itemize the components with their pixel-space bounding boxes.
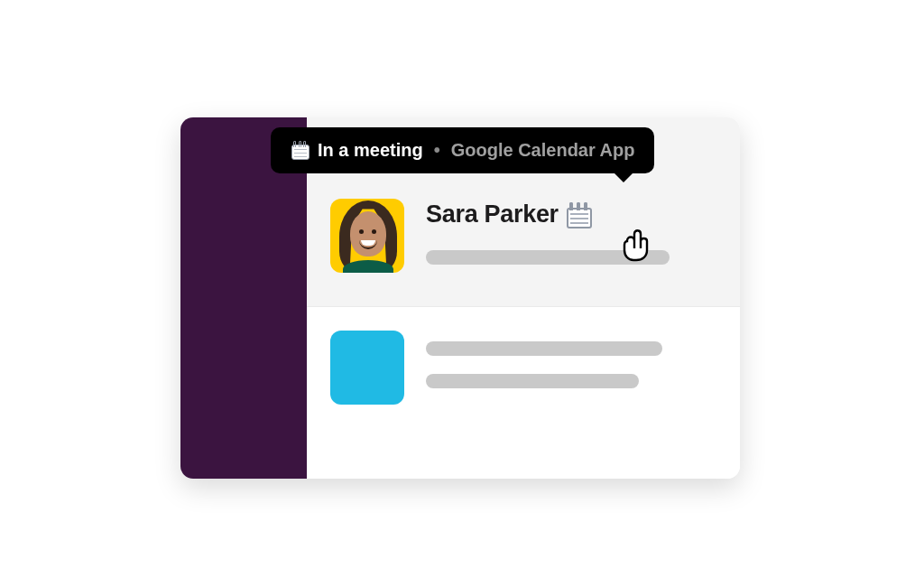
- tooltip-status-text: In a meeting: [318, 140, 423, 161]
- calendar-icon: [566, 202, 593, 229]
- pointer-cursor-icon: [617, 223, 653, 263]
- tooltip-separator: •: [434, 140, 440, 161]
- author-name[interactable]: Sara Parker: [426, 200, 559, 228]
- calendar-icon: [291, 141, 310, 161]
- status-calendar-icon[interactable]: [566, 202, 591, 228]
- avatar[interactable]: [330, 331, 404, 405]
- message-text-placeholder: [426, 341, 662, 356]
- avatar[interactable]: [330, 199, 404, 273]
- status-tooltip: In a meeting • Google Calendar App: [271, 127, 654, 173]
- tooltip-source: Google Calendar App: [451, 140, 635, 161]
- message-row[interactable]: [307, 307, 740, 430]
- avatar-photo-illustration: [330, 199, 404, 273]
- tooltip-caret: [614, 172, 633, 182]
- message-text-placeholder: [426, 374, 639, 388]
